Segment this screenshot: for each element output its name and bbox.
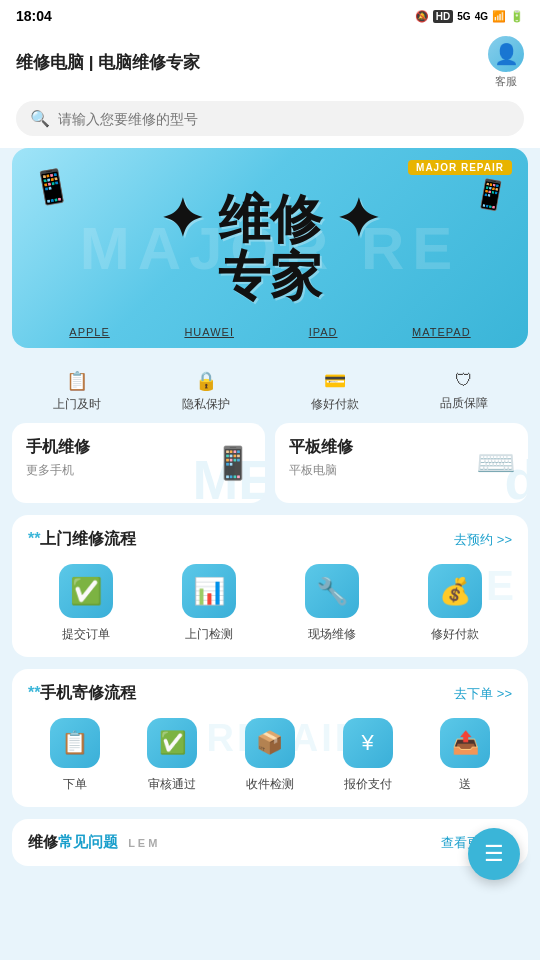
search-input[interactable] (58, 111, 510, 127)
faq-bg-hint: L E M (128, 837, 157, 849)
feature-ontime: 📋 上门及时 (53, 370, 101, 413)
privacy-icon: 🔒 (195, 370, 217, 392)
cs-avatar: 👤 (488, 36, 524, 72)
brand-apple: APPLE (69, 326, 109, 338)
faq-section[interactable]: 维修常见问题 L E M 查看更多 >> (12, 819, 528, 866)
mail-step-send: 📤 送 (418, 718, 512, 793)
banner[interactable]: MAJOR RE 📱 📱 MAJOR REPAIR ✦ 维修 ✦专家 APPLE… (12, 148, 528, 348)
mail-title-asterisk: ** (28, 684, 40, 701)
features-row: 📋 上门及时 🔒 隐私保护 💳 修好付款 🛡 品质保障 (0, 360, 540, 423)
step-repair-icon: 🔧 (305, 564, 359, 618)
title-asterisk: ** (28, 530, 40, 547)
star-right: ✦ (336, 190, 380, 248)
step-inspect-icon: 📊 (182, 564, 236, 618)
search-bar-container: 🔍 (0, 101, 540, 148)
feature-label-privacy: 隐私保护 (182, 396, 230, 413)
feature-label-quality: 品质保障 (440, 395, 488, 412)
process-header: **上门维修流程 去预约 >> (28, 529, 512, 550)
status-bar: 18:04 🔕 HD 5G 4G 📶 🔋 (0, 0, 540, 28)
cs-label: 客服 (495, 74, 517, 89)
phone-right-icon: 📱 (470, 175, 510, 214)
mail-approve-icon: ✅ (147, 718, 197, 768)
step-inspect-label: 上门检测 (185, 626, 233, 643)
phone-card-icon: 📱 (213, 444, 253, 482)
step-submit-label: 提交订单 (62, 626, 110, 643)
time: 18:04 (16, 8, 52, 24)
star-left: ✦ (160, 190, 204, 248)
tablet-card-icon: ⌨️ (476, 444, 516, 482)
faq-title-highlight: 常见问题 (58, 833, 118, 850)
mail-step-order-label: 下单 (63, 776, 87, 793)
step-payment-label: 修好付款 (431, 626, 479, 643)
page-title: 维修电脑 | 电脑维修专家 (16, 51, 200, 74)
brand-ipad: IPAD (309, 326, 338, 338)
header: 维修电脑 | 电脑维修专家 👤 客服 (0, 28, 540, 101)
mail-step-send-label: 送 (459, 776, 471, 793)
mail-step-order: 📋 下单 (28, 718, 122, 793)
step-payment: 💰 修好付款 (397, 564, 512, 643)
mail-process-section: REPAIR **手机寄修流程 去下单 >> 📋 下单 ✅ 审核通过 📦 收件检… (12, 669, 528, 807)
mail-step-quote-label: 报价支付 (344, 776, 392, 793)
mail-steps: 📋 下单 ✅ 审核通过 📦 收件检测 ¥ 报价支付 📤 送 (28, 718, 512, 793)
mail-order-icon: 📋 (50, 718, 100, 768)
mail-step-quote: ¥ 报价支付 (321, 718, 415, 793)
mail-step-approve: ✅ 审核通过 (126, 718, 220, 793)
mail-process-header: **手机寄修流程 去下单 >> (28, 683, 512, 704)
mail-receive-icon: 📦 (245, 718, 295, 768)
ontime-icon: 📋 (66, 370, 88, 392)
mail-step-receive: 📦 收件检测 (223, 718, 317, 793)
process-title: **上门维修流程 (28, 529, 136, 550)
phone-left-icon: 📱 (29, 165, 75, 209)
mail-process-title: **手机寄修流程 (28, 683, 136, 704)
step-submit: ✅ 提交订单 (28, 564, 143, 643)
banner-brands: APPLE HUAWEI IPAD MATEPAD (12, 326, 528, 338)
feature-quality: 🛡 品质保障 (440, 370, 488, 413)
mail-step-receive-label: 收件检测 (246, 776, 294, 793)
mail-order-link[interactable]: 去下单 >> (454, 685, 512, 703)
step-payment-icon: 💰 (428, 564, 482, 618)
faq-title: 维修常见问题 L E M (28, 833, 157, 852)
service-cards: 手机维修 更多手机 ME 📱 平板维修 平板电脑 d ⌨️ (0, 423, 540, 515)
homepage-process-section: RE **上门维修流程 去预约 >> ✅ 提交订单 📊 上门检测 🔧 现场维修 … (12, 515, 528, 657)
feature-label-ontime: 上门及时 (53, 396, 101, 413)
step-repair-label: 现场维修 (308, 626, 356, 643)
search-wrap[interactable]: 🔍 (16, 101, 524, 136)
pay-icon: 💳 (324, 370, 346, 392)
search-icon: 🔍 (30, 109, 50, 128)
step-repair: 🔧 现场维修 (274, 564, 389, 643)
feature-label-pay: 修好付款 (311, 396, 359, 413)
mail-quote-icon: ¥ (343, 718, 393, 768)
quality-icon: 🛡 (455, 370, 473, 391)
step-submit-icon: ✅ (59, 564, 113, 618)
process-steps: ✅ 提交订单 📊 上门检测 🔧 现场维修 💰 修好付款 (28, 564, 512, 643)
customer-service-button[interactable]: 👤 客服 (488, 36, 524, 89)
filter-icon: ☰ (484, 841, 504, 867)
step-inspect: 📊 上门检测 (151, 564, 266, 643)
brand-huawei: HUAWEI (184, 326, 234, 338)
mail-send-icon: 📤 (440, 718, 490, 768)
tablet-repair-card[interactable]: 平板维修 平板电脑 d ⌨️ (275, 423, 528, 503)
mail-step-approve-label: 审核通过 (148, 776, 196, 793)
status-icons: 🔕 HD 5G 4G 📶 🔋 (415, 10, 524, 23)
feature-pay: 💳 修好付款 (311, 370, 359, 413)
feature-privacy: 🔒 隐私保护 (182, 370, 230, 413)
process-booking-link[interactable]: 去预约 >> (454, 531, 512, 549)
brand-matepad: MATEPAD (412, 326, 471, 338)
fab-filter-button[interactable]: ☰ (468, 828, 520, 880)
phone-repair-card[interactable]: 手机维修 更多手机 ME 📱 (12, 423, 265, 503)
banner-main-text: ✦ 维修 ✦专家 (160, 191, 381, 305)
